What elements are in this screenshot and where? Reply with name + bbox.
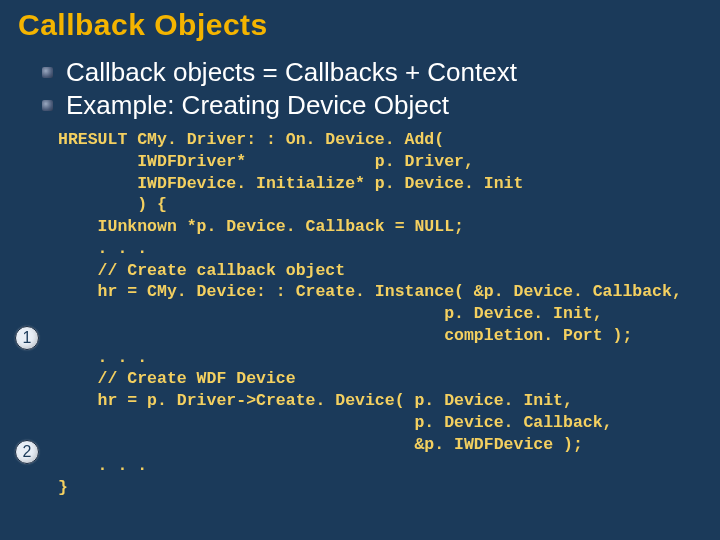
step-marker-2: 2 xyxy=(15,440,39,464)
bullet-item: Callback objects = Callbacks + Context xyxy=(42,56,702,89)
code-block: HRESULT CMy. Driver: : On. Device. Add( … xyxy=(58,129,702,499)
bullet-list: Callback objects = Callbacks + Context E… xyxy=(42,56,702,121)
slide: Callback Objects Callback objects = Call… xyxy=(0,0,720,540)
step-marker-1: 1 xyxy=(15,326,39,350)
slide-title: Callback Objects xyxy=(18,8,702,42)
bullet-item: Example: Creating Device Object xyxy=(42,89,702,122)
